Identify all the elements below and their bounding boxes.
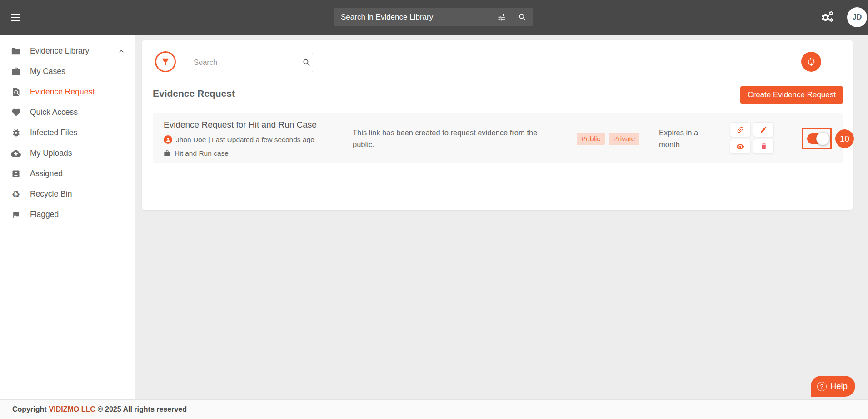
help-label: Help <box>830 381 848 391</box>
request-expiry: Expires in a month <box>659 127 709 150</box>
folder-search-icon <box>10 87 21 98</box>
evidence-request-row[interactable]: Evidence Request for Hit and Run Case Jh… <box>153 113 843 163</box>
briefcase-icon <box>10 66 21 77</box>
user-avatar[interactable]: JD <box>847 7 867 27</box>
enable-toggle-highlight <box>802 128 832 149</box>
sidebar-item-my-uploads[interactable]: My Uploads <box>0 143 135 163</box>
trash-icon <box>760 143 768 150</box>
briefcase-icon <box>164 150 171 157</box>
search-icon <box>302 58 311 67</box>
list-search-button[interactable] <box>300 53 313 72</box>
sidebar-item-quick-access[interactable]: Quick Access <box>0 102 135 123</box>
refresh-sync-icon <box>806 57 816 67</box>
top-bar: JD <box>0 0 868 35</box>
sidebar-item-label: Infected Files <box>30 128 77 138</box>
global-search-input[interactable] <box>334 8 491 26</box>
main-content: Evidence Request Create Evidence Request… <box>135 35 868 399</box>
footer: Copyright VIDIZMO LLC © 2025 All rights … <box>0 399 868 419</box>
eye-icon <box>736 143 744 151</box>
preview-button[interactable] <box>730 139 751 154</box>
request-title: Evidence Request for Hit and Run Case <box>164 120 317 130</box>
request-owner-meta: Jhon Doe | Last Updated a few seconds ag… <box>164 135 314 144</box>
evidence-request-panel: Evidence Request Create Evidence Request… <box>142 40 853 210</box>
copyright-text: Copyright <box>12 405 47 414</box>
enable-toggle-switch[interactable] <box>807 133 826 144</box>
bug-icon <box>10 128 21 138</box>
sidebar-item-label: My Uploads <box>30 148 72 158</box>
sidebar-item-assigned[interactable]: Assigned <box>0 163 135 184</box>
sidebar-item-label: My Cases <box>30 67 65 76</box>
request-case: Hit and Run case <box>164 149 229 158</box>
sidebar-item-label: Quick Access <box>30 108 78 117</box>
sidebar-item-infected-files[interactable]: Infected Files <box>0 123 135 143</box>
search-filter-options-button[interactable] <box>491 8 512 26</box>
list-search-bar <box>187 53 313 72</box>
sidebar-item-evidence-request[interactable]: Evidence Request <box>0 82 135 102</box>
sidebar-item-label: Evidence Request <box>30 87 95 97</box>
owner-meta-text: Jhon Doe | Last Updated a few seconds ag… <box>176 136 314 144</box>
assigned-badge-icon <box>10 168 21 179</box>
person-icon <box>164 135 172 144</box>
pencil-icon <box>760 126 768 133</box>
badge-private: Private <box>609 133 639 145</box>
sidebar-item-flagged[interactable]: Flagged <box>0 204 135 225</box>
sidebar-item-recycle-bin[interactable]: ♻ Recycle Bin <box>0 184 135 204</box>
funnel-icon <box>160 57 170 67</box>
cloud-upload-icon <box>10 148 21 159</box>
search-icon <box>518 13 527 22</box>
global-search-button[interactable] <box>512 8 533 26</box>
question-mark-icon: ? <box>817 382 827 391</box>
request-badges: Public Private <box>577 133 639 145</box>
request-description: This link has been created to request ev… <box>353 127 549 151</box>
global-search-bar <box>334 8 533 26</box>
edit-button[interactable] <box>753 122 774 137</box>
sidebar-item-label: Flagged <box>30 210 59 219</box>
request-actions <box>730 122 774 154</box>
step-number-badge: 10 <box>835 129 854 148</box>
toggle-knob[interactable] <box>816 132 829 145</box>
copy-link-button[interactable] <box>730 122 751 137</box>
hamburger-menu-icon[interactable] <box>11 12 20 23</box>
filter-button[interactable] <box>155 51 176 72</box>
badge-public: Public <box>577 133 605 145</box>
folder-icon <box>10 46 21 57</box>
recycle-icon: ♻ <box>10 189 21 200</box>
flag-icon <box>10 209 21 220</box>
sidebar: Evidence Library My Cases Evidence Reque… <box>0 35 135 399</box>
company-link[interactable]: VIDIZMO LLC <box>49 405 95 414</box>
refresh-button[interactable] <box>801 52 821 72</box>
sidebar-item-evidence-library[interactable]: Evidence Library <box>0 41 135 61</box>
sidebar-item-label: Evidence Library <box>30 46 89 56</box>
sliders-icon <box>497 13 506 22</box>
link-icon <box>734 124 746 135</box>
chevron-up-icon[interactable] <box>117 47 126 56</box>
sidebar-item-my-cases[interactable]: My Cases <box>0 61 135 82</box>
rights-text: © 2025 All rights reserved <box>98 405 187 414</box>
help-button[interactable]: ? Help <box>811 376 855 397</box>
sidebar-item-label: Recycle Bin <box>30 189 72 199</box>
list-search-input[interactable] <box>187 53 300 72</box>
heart-icon <box>10 107 21 118</box>
sidebar-item-label: Assigned <box>30 169 63 178</box>
delete-button[interactable] <box>753 139 774 154</box>
settings-gears-icon[interactable] <box>821 10 836 24</box>
case-name-text: Hit and Run case <box>175 149 229 158</box>
page-title: Evidence Request <box>153 88 235 99</box>
create-evidence-request-button[interactable]: Create Evidence Request <box>740 86 843 104</box>
